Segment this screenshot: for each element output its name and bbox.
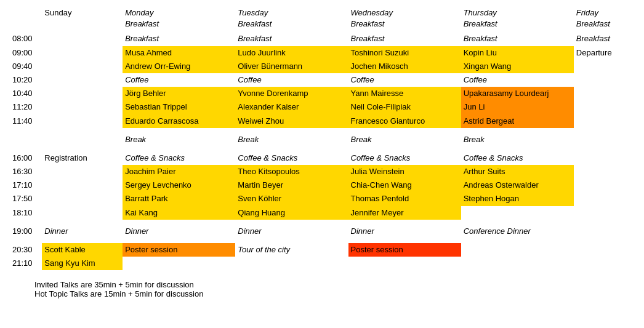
cell-sun-0 bbox=[42, 32, 123, 46]
spacer-row bbox=[10, 220, 634, 225]
cell-wed-12: Jennifer Meyer bbox=[348, 206, 461, 220]
time-cell: 10:20 bbox=[10, 73, 42, 87]
time-cell bbox=[10, 133, 42, 146]
cell-thu-10: Andreas Osterwalder bbox=[461, 178, 574, 192]
time-cell: 09:00 bbox=[10, 46, 42, 60]
cell-fri-6 bbox=[574, 114, 634, 128]
cell-mon-15 bbox=[123, 257, 235, 270]
cell-thu-14 bbox=[461, 243, 574, 257]
cell-fri-2 bbox=[574, 60, 634, 73]
table-row: 09:00Musa AhmedLudo JuurlinkToshinori Su… bbox=[10, 46, 634, 60]
cell-fri-12 bbox=[574, 206, 634, 220]
table-row: 16:30Joachim PaierTheo KitsopoulosJulia … bbox=[10, 165, 634, 178]
cell-mon-6: Eduardo Carrascosa bbox=[123, 114, 235, 128]
cell-thu-7: Break bbox=[461, 133, 574, 146]
cell-wed-4: Yann Mairesse bbox=[348, 87, 461, 100]
cell-sun-5 bbox=[42, 100, 123, 114]
cell-sun-6 bbox=[42, 114, 123, 128]
time-cell: 17:50 bbox=[10, 192, 42, 206]
cell-wed-15 bbox=[348, 257, 461, 270]
cell-sun-8: Registration bbox=[42, 151, 123, 165]
cell-tue-6: Weiwei Zhou bbox=[235, 114, 348, 128]
time-cell: 21:10 bbox=[10, 257, 42, 270]
cell-mon-14: Poster session bbox=[123, 243, 235, 257]
header-friday: Friday Breakfast bbox=[574, 6, 634, 32]
cell-tue-4: Yvonne Dorenkamp bbox=[235, 87, 348, 100]
cell-fri-15 bbox=[574, 257, 634, 270]
cell-tue-10: Martin Beyer bbox=[235, 178, 348, 192]
cell-fri-11 bbox=[574, 192, 634, 206]
header-time bbox=[10, 6, 42, 32]
time-cell: 16:00 bbox=[10, 151, 42, 165]
cell-mon-8: Coffee & Snacks bbox=[123, 151, 235, 165]
cell-sun-13: Dinner bbox=[42, 225, 123, 238]
note-line-1: Invited Talks are 35min + 5min for discu… bbox=[34, 280, 634, 289]
table-row: 19:00DinnerDinnerDinnerDinnerConference … bbox=[10, 225, 634, 238]
cell-thu-1: Kopin Liu bbox=[461, 46, 574, 60]
table-row: 11:40Eduardo CarrascosaWeiwei ZhouFrance… bbox=[10, 114, 634, 128]
cell-wed-1: Toshinori Suzuki bbox=[348, 46, 461, 60]
table-row: BreakBreakBreakBreak bbox=[10, 133, 634, 146]
spacer-row bbox=[10, 146, 634, 151]
cell-sun-10 bbox=[42, 178, 123, 192]
cell-tue-1: Ludo Juurlink bbox=[235, 46, 348, 60]
cell-mon-4: Jörg Behler bbox=[123, 87, 235, 100]
cell-sun-11 bbox=[42, 192, 123, 206]
time-cell: 19:00 bbox=[10, 225, 42, 238]
cell-mon-10: Sergey Levchenko bbox=[123, 178, 235, 192]
cell-wed-11: Thomas Penfold bbox=[348, 192, 461, 206]
time-cell: 16:30 bbox=[10, 165, 42, 178]
cell-mon-2: Andrew Orr-Ewing bbox=[123, 60, 235, 73]
cell-fri-14 bbox=[574, 243, 634, 257]
cell-wed-10: Chia-Chen Wang bbox=[348, 178, 461, 192]
time-cell: 11:40 bbox=[10, 114, 42, 128]
cell-tue-3: Coffee bbox=[235, 73, 348, 87]
cell-mon-11: Barratt Park bbox=[123, 192, 235, 206]
cell-tue-12: Qiang Huang bbox=[235, 206, 348, 220]
cell-fri-8 bbox=[574, 151, 634, 165]
cell-wed-6: Francesco Gianturco bbox=[348, 114, 461, 128]
cell-sun-12 bbox=[42, 206, 123, 220]
cell-thu-8: Coffee & Snacks bbox=[461, 151, 574, 165]
header-monday: Monday Breakfast bbox=[123, 6, 235, 32]
table-row: 11:20Sebastian TrippelAlexander KaiserNe… bbox=[10, 100, 634, 114]
header-tuesday: Tuesday Breakfast bbox=[235, 6, 348, 32]
spacer-row bbox=[10, 128, 634, 133]
cell-fri-0: Breakfast bbox=[574, 32, 634, 46]
cell-sun-3 bbox=[42, 73, 123, 87]
cell-tue-9: Theo Kitsopoulos bbox=[235, 165, 348, 178]
cell-mon-7: Break bbox=[123, 133, 235, 146]
cell-fri-4 bbox=[574, 87, 634, 100]
cell-wed-3: Coffee bbox=[348, 73, 461, 87]
cell-wed-13: Dinner bbox=[348, 225, 461, 238]
time-cell: 09:40 bbox=[10, 60, 42, 73]
cell-thu-11: Stephen Hogan bbox=[461, 192, 574, 206]
table-row: 10:40Jörg BehlerYvonne DorenkampYann Mai… bbox=[10, 87, 634, 100]
cell-thu-9: Arthur Suits bbox=[461, 165, 574, 178]
cell-fri-1: Departure bbox=[574, 46, 634, 60]
time-cell: 20:30 bbox=[10, 243, 42, 257]
cell-thu-15 bbox=[461, 257, 574, 270]
table-row: 20:30Scott KablePoster sessionTour of th… bbox=[10, 243, 634, 257]
cell-thu-12 bbox=[461, 206, 574, 220]
table-row: 17:50Barratt ParkSven KöhlerThomas Penfo… bbox=[10, 192, 634, 206]
time-cell: 10:40 bbox=[10, 87, 42, 100]
cell-fri-9 bbox=[574, 165, 634, 178]
cell-tue-0: Breakfast bbox=[235, 32, 348, 46]
note-line-2: Hot Topic Talks are 15min + 5min for dis… bbox=[34, 289, 634, 298]
cell-fri-3 bbox=[574, 73, 634, 87]
cell-tue-11: Sven Köhler bbox=[235, 192, 348, 206]
cell-thu-6: Astrid Bergeat bbox=[461, 114, 574, 128]
table-row: 17:10Sergey LevchenkoMartin BeyerChia-Ch… bbox=[10, 178, 634, 192]
cell-tue-15 bbox=[235, 257, 348, 270]
table-row: 08:00BreakfastBreakfastBreakfastBreakfas… bbox=[10, 32, 634, 46]
cell-sun-4 bbox=[42, 87, 123, 100]
header-sunday: Sunday bbox=[42, 6, 123, 32]
cell-mon-9: Joachim Paier bbox=[123, 165, 235, 178]
cell-wed-9: Julia Weinstein bbox=[348, 165, 461, 178]
cell-wed-14: Poster session bbox=[348, 243, 461, 257]
cell-mon-12: Kai Kang bbox=[123, 206, 235, 220]
cell-mon-1: Musa Ahmed bbox=[123, 46, 235, 60]
cell-sun-1 bbox=[42, 46, 123, 60]
notes-section: Invited Talks are 35min + 5min for discu… bbox=[10, 280, 634, 298]
